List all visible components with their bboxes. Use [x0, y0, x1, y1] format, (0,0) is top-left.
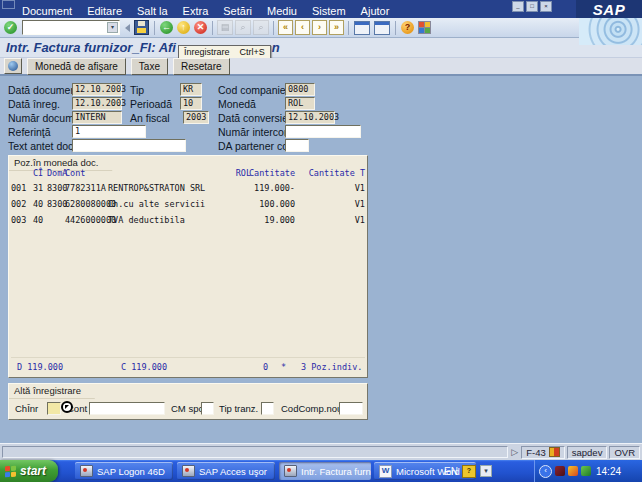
client-area: Dată document 12.10.2003 Tip KR Cod comp… [0, 76, 642, 443]
field-cod-companie[interactable]: 0800 [285, 83, 315, 96]
status-message-field[interactable] [2, 446, 508, 458]
field-data-conversie[interactable]: 12.10.2003 [285, 111, 335, 124]
standard-toolbar: ✓ ▾ ← ↑ ✕ ▤ ⌕ ⌕ « ‹ › » ? [0, 18, 642, 38]
save-icon[interactable] [134, 20, 149, 35]
language-bar: EN ? ▾ [444, 460, 492, 482]
label-cod-companie: Cod companie [218, 84, 286, 96]
language-options-icon[interactable]: ? [462, 465, 476, 478]
field-tip-tranz[interactable] [261, 402, 274, 415]
other-entry-panel: Altă înregistrare ChÎnr Cont CM spc Tip … [8, 383, 368, 420]
col-header-cantitate: Cantitate [219, 168, 295, 178]
field-text-antet[interactable] [72, 139, 186, 152]
label-data-conversie: Dată conversie [218, 112, 288, 124]
menu-bar: Document Editare Salt la Extra Setări Me… [0, 0, 642, 18]
label-tip-tranz: Tip tranz. [219, 403, 258, 414]
table-row[interactable]: 002 [11, 199, 26, 209]
tray-app-icon[interactable] [555, 466, 565, 476]
field-codcomp-nou[interactable] [339, 402, 363, 415]
command-list-icon[interactable]: ▾ [107, 22, 118, 33]
title-bar: Intr. Factura furnizor_FI: Afi Înregistr… [0, 38, 642, 58]
restore-icon[interactable]: □ [526, 1, 538, 12]
field-numar-intercomp[interactable] [285, 125, 361, 138]
totals-strip: D 119.000 C 119.000 0 * 3 Poz.indiv. [11, 357, 365, 373]
system-menu-icon[interactable] [2, 0, 15, 9]
display-currency-button[interactable]: Monedă de afişare [27, 58, 126, 75]
new-session-icon[interactable] [354, 21, 370, 35]
create-shortcut-icon[interactable] [374, 21, 390, 35]
menu-extra[interactable]: Extra [183, 5, 209, 17]
field-perioada[interactable]: 10 [180, 97, 202, 110]
field-tip[interactable]: KR [180, 83, 202, 96]
last-page-icon[interactable]: » [329, 20, 344, 35]
close-icon[interactable]: × [540, 1, 552, 12]
menu-salt-la[interactable]: Salt la [137, 5, 168, 17]
language-indicator[interactable]: EN [444, 466, 458, 477]
credit-total: C 119.000 [121, 362, 167, 372]
menu-mediu[interactable]: Mediu [267, 5, 297, 17]
network-icon[interactable] [581, 466, 591, 476]
label-data-inreg: Dată înreg. [8, 98, 60, 110]
minimize-icon[interactable]: _ [512, 1, 524, 12]
other-entry-tab[interactable]: Altă înregistrare [9, 384, 95, 399]
find-next-icon: ⌕ [253, 20, 269, 35]
sap-gui-window: Document Editare Salt la Extra Setări Me… [0, 0, 642, 482]
antivirus-icon[interactable] [568, 466, 578, 476]
menu-editare[interactable]: Editare [87, 5, 122, 17]
next-page-icon[interactable]: › [312, 20, 327, 35]
menu-setari[interactable]: Setări [223, 5, 252, 17]
balance-star: * [281, 362, 286, 372]
expand-arrow-icon[interactable]: ▷ [511, 447, 518, 457]
label-data-document: Dată document [8, 84, 79, 96]
taskbar-item-invoice-active[interactable]: Intr. Factura furnizor... [279, 462, 371, 480]
col-header-ci: CÎ [33, 168, 43, 178]
cancel-icon[interactable]: ✕ [194, 21, 207, 34]
taxes-button[interactable]: Taxe [131, 58, 168, 75]
menu-ajutor[interactable]: Ajutor [361, 5, 390, 17]
menu-sistem[interactable]: Sistem [312, 5, 346, 17]
mouse-cursor-icon [61, 401, 73, 413]
col-header-cont: Cont [65, 168, 85, 178]
col-header-cantitate-t: Cantitate T [299, 168, 365, 178]
field-data-inreg[interactable]: 12.10.2003 [72, 97, 122, 110]
chevron-left-icon[interactable]: ‹ [539, 465, 552, 478]
exit-icon[interactable]: ↑ [177, 21, 190, 34]
field-an-fiscal[interactable]: 2003 [183, 111, 209, 124]
first-page-icon[interactable]: « [278, 20, 293, 35]
reset-button[interactable]: Resetare [173, 58, 230, 75]
table-row[interactable]: 001 [11, 183, 26, 193]
field-da-partener[interactable] [285, 139, 309, 152]
label-perioada: Perioadă [130, 98, 172, 110]
sap-logo: SAP [576, 0, 642, 18]
prev-page-icon[interactable]: ‹ [295, 20, 310, 35]
language-help-icon[interactable]: ▾ [480, 465, 492, 477]
field-cont[interactable] [89, 402, 165, 415]
insert-mode-box[interactable]: OVR [609, 446, 640, 459]
field-data-document[interactable]: 12.10.2003 [72, 83, 122, 96]
items-panel: Poz.în moneda doc. CÎ DomA Cont ROL Cant… [8, 155, 368, 378]
field-referinta[interactable]: 1 [72, 125, 146, 138]
display-other-data-icon[interactable] [4, 58, 22, 74]
system-name-box: sapdev [567, 446, 608, 459]
field-chinr[interactable] [47, 402, 61, 415]
field-moneda[interactable]: ROL [285, 97, 315, 110]
back-icon[interactable]: ← [160, 21, 173, 34]
sap-logon-icon [80, 465, 93, 477]
command-field[interactable]: ▾ [22, 20, 120, 35]
field-numar-document[interactable]: INTERN [72, 111, 122, 124]
label-referinta: Referinţă [8, 126, 51, 138]
label-cm-spc: CM spc [171, 403, 203, 414]
help-icon[interactable]: ? [401, 21, 414, 34]
sap-session-icon [182, 465, 195, 477]
enter-icon[interactable]: ✓ [4, 21, 17, 34]
start-button[interactable]: start [0, 460, 58, 482]
menu-document[interactable]: Document [22, 5, 72, 17]
table-row[interactable]: 003 [11, 215, 26, 225]
status-bar: ▷ F-43 sapdev OVR [0, 443, 642, 460]
taskbar-item-sap-logon[interactable]: SAP Logon 46D [75, 462, 173, 480]
label-moneda: Monedă [218, 98, 256, 110]
customize-layout-icon[interactable] [418, 21, 431, 34]
field-cm-spc[interactable] [201, 402, 214, 415]
hide-command-icon[interactable] [125, 24, 130, 32]
taskbar-item-sap-easy-access[interactable]: SAP Acces uşor [177, 462, 275, 480]
transaction-box[interactable]: F-43 [521, 446, 565, 459]
